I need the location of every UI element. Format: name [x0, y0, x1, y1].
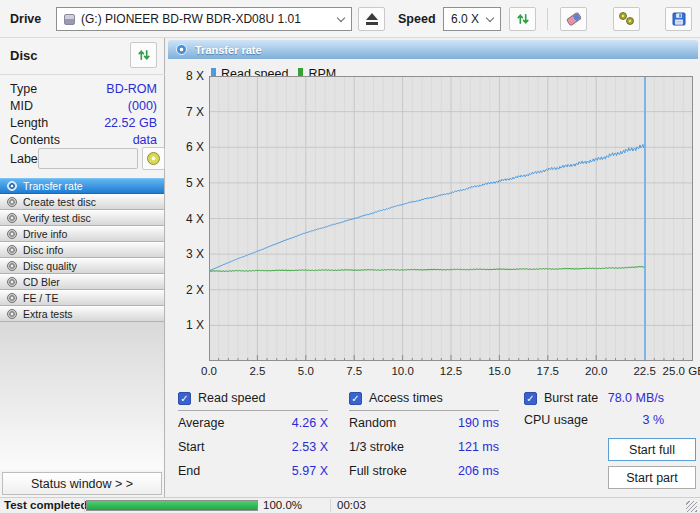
- stats-row-label: CPU usage: [524, 413, 588, 427]
- sidebar-item-label: FE / TE: [23, 292, 58, 304]
- status-window-button[interactable]: Status window > >: [2, 472, 162, 495]
- y-axis-label: 3 X: [166, 247, 204, 261]
- speed-select[interactable]: 6.0 X: [443, 7, 501, 31]
- stats-row-value: 3 %: [642, 413, 664, 427]
- stats-row-value: 4.26 X: [292, 416, 328, 430]
- x-axis-label: 10.0: [391, 365, 413, 377]
- x-axis-label: 20.0: [585, 365, 607, 377]
- transfer-rate-chart: Read speedRPM 1 X2 X3 X4 X5 X6 X7 X8 X 0…: [166, 62, 700, 384]
- stats-row-random: Random190 ms: [349, 411, 499, 435]
- stats-row-average: Average4.26 X: [178, 411, 328, 435]
- sidebar-item-label: Disc quality: [23, 260, 77, 272]
- results-panel: ✓Read speedAverage4.26 XStart2.53 XEnd5.…: [166, 388, 700, 496]
- stats-header-value: 78.0 MB/s: [608, 391, 664, 405]
- disc-row-value: data: [133, 133, 157, 147]
- x-axis-label: 17.5: [537, 365, 559, 377]
- divider: [0, 74, 165, 75]
- disc-refresh-button[interactable]: [130, 42, 157, 68]
- sidebar-item-label: Drive info: [23, 228, 67, 240]
- sidebar-item-label: Extra tests: [23, 308, 73, 320]
- stats-row-value: 206 ms: [458, 464, 499, 478]
- disc-row-mid: MID(000): [10, 99, 157, 113]
- x-axis-label: 0.0: [201, 365, 217, 377]
- erase-disc-button[interactable]: [560, 7, 587, 31]
- disc-row-value: 22.52 GB: [104, 116, 157, 130]
- start-part-button[interactable]: Start part: [608, 466, 696, 489]
- disc-row-label: MID: [10, 99, 33, 113]
- start-full-button[interactable]: Start full: [608, 438, 696, 461]
- disc-icon: [7, 309, 17, 319]
- refresh-button[interactable]: [509, 7, 536, 31]
- checkbox-burst-rate[interactable]: ✓: [524, 392, 537, 405]
- stats-column-read-speed: ✓Read speedAverage4.26 XStart2.53 XEnd5.…: [178, 388, 328, 483]
- checkbox-label: Read speed: [198, 391, 265, 405]
- disc-icon: [7, 229, 17, 239]
- disc-row-value: (000): [128, 99, 157, 113]
- sidebar-item-transfer-rate[interactable]: Transfer rate: [0, 178, 164, 194]
- stats-row-value: 2.53 X: [292, 440, 328, 454]
- statusbar-divider: [330, 499, 331, 512]
- y-axis-label: 6 X: [166, 140, 204, 154]
- disc-icon: [7, 293, 17, 303]
- stats-row-label: 1/3 stroke: [349, 440, 404, 454]
- disc-panel-title: Disc: [10, 48, 37, 63]
- drive-select[interactable]: (G:) PIONEER BD-RW BDR-XD08U 1.01: [56, 7, 352, 31]
- transfer-rate-panel: Transfer rate Read speedRPM 1 X2 X3 X4 X…: [166, 38, 700, 497]
- checkbox-read-speed[interactable]: ✓: [178, 392, 191, 405]
- disc-icon: [7, 181, 17, 191]
- save-button[interactable]: [665, 7, 692, 31]
- label-input[interactable]: [38, 148, 138, 169]
- stats-row-label: Random: [349, 416, 396, 430]
- checkbox-label: Access times: [369, 391, 443, 405]
- sidebar-item-label: Transfer rate: [23, 180, 83, 192]
- drive-select-value: (G:) PIONEER BD-RW BDR-XD08U 1.01: [81, 12, 301, 26]
- stats-row-start: Start2.53 X: [178, 435, 328, 459]
- stats-row-label: Full stroke: [349, 464, 407, 478]
- sidebar-item-extra-tests[interactable]: Extra tests: [0, 306, 164, 322]
- toolbar: Drive (G:) PIONEER BD-RW BDR-XD08U 1.01 …: [0, 0, 700, 38]
- status-text: Test completed: [4, 499, 88, 511]
- sidebar-item-cd-bler[interactable]: CD Bler: [0, 274, 164, 290]
- refresh-icon: [516, 12, 530, 26]
- progress-percent: 100.0%: [263, 499, 302, 511]
- panel-title: Transfer rate: [195, 44, 262, 56]
- x-axis-label: 15.0: [488, 365, 510, 377]
- sidebar-item-verify-test-disc[interactable]: Verify test disc: [0, 210, 164, 226]
- stats-header: ✓Access times: [349, 388, 499, 408]
- sidebar-item-drive-info[interactable]: Drive info: [0, 226, 164, 242]
- stats-row-label: Average: [178, 416, 224, 430]
- sidebar-item-fe-te[interactable]: FE / TE: [0, 290, 164, 306]
- disc-label-button[interactable]: [142, 147, 165, 170]
- disc-icon: [7, 277, 17, 287]
- chart-plot: [209, 76, 693, 361]
- x-axis-label: 2.5: [249, 365, 265, 377]
- checkbox-label: Burst rate: [544, 391, 598, 405]
- eraser-icon: [565, 12, 581, 27]
- resize-grip[interactable]: [686, 501, 697, 512]
- disc-icon: [7, 213, 17, 223]
- disc-row-label: Contents: [10, 133, 60, 147]
- disc-icon: [7, 245, 17, 255]
- y-axis-label: 2 X: [166, 283, 204, 297]
- disc-row-label: Type: [10, 82, 37, 96]
- disc-icon: [7, 197, 17, 207]
- disc-row-value: BD-ROM: [106, 82, 157, 96]
- x-axis-label: 25.0 GB: [663, 365, 700, 377]
- eject-button[interactable]: [358, 7, 385, 31]
- y-axis-label: 4 X: [166, 212, 204, 226]
- checkbox-access-times[interactable]: ✓: [349, 392, 362, 405]
- stats-column-access-times: ✓Access timesRandom190 ms1/3 stroke121 m…: [349, 388, 499, 483]
- x-axis-label: 12.5: [440, 365, 462, 377]
- x-axis-label: 22.5: [633, 365, 655, 377]
- sidebar-item-disc-quality[interactable]: Disc quality: [0, 258, 164, 274]
- y-axis-label: 7 X: [166, 105, 204, 119]
- compare-button[interactable]: [613, 7, 640, 31]
- sidebar-item-create-test-disc[interactable]: Create test disc: [0, 194, 164, 210]
- sidebar-item-disc-info[interactable]: Disc info: [0, 242, 164, 258]
- stats-row-value: 190 ms: [458, 416, 499, 430]
- compare-discs-icon: [619, 12, 635, 26]
- status-bar: Test completed 100.0% 00:03: [0, 497, 700, 513]
- chevron-down-icon: [486, 13, 494, 21]
- elapsed-time: 00:03: [337, 499, 366, 511]
- save-icon: [672, 12, 686, 26]
